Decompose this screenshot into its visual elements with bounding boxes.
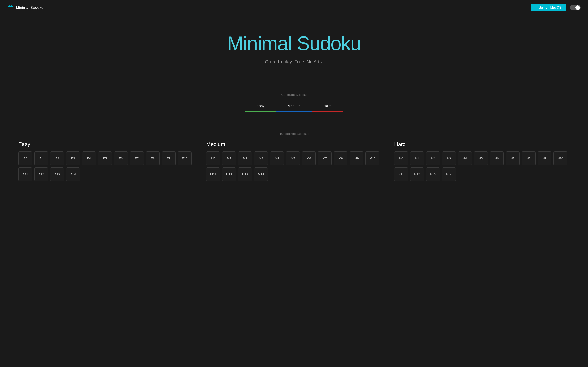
puzzle-item[interactable]: M11 bbox=[206, 167, 220, 181]
puzzle-item[interactable]: H5 bbox=[474, 151, 488, 165]
puzzle-item[interactable]: E14 bbox=[66, 167, 80, 181]
puzzle-item[interactable]: H7 bbox=[506, 151, 520, 165]
puzzle-item[interactable]: H10 bbox=[553, 151, 567, 165]
puzzle-item[interactable]: M5 bbox=[286, 151, 300, 165]
difficulty-columns: Easy E0E1E2E3E4E5E6E7E8E9E10E11E12E13E14… bbox=[12, 141, 576, 181]
puzzle-item[interactable]: M13 bbox=[238, 167, 252, 181]
logo-area: Minimal Sudoku bbox=[7, 4, 43, 11]
handpicked-section: Handpicked Sudokus Easy E0E1E2E3E4E5E6E7… bbox=[0, 120, 588, 189]
puzzle-item[interactable]: E10 bbox=[178, 151, 191, 165]
puzzle-item[interactable]: H3 bbox=[442, 151, 456, 165]
toggle-knob bbox=[575, 5, 580, 10]
logo-text: Minimal Sudoku bbox=[16, 6, 43, 10]
puzzle-item[interactable]: M6 bbox=[302, 151, 316, 165]
install-button[interactable]: Install on MacOS bbox=[531, 4, 566, 11]
puzzle-item[interactable]: E8 bbox=[146, 151, 160, 165]
hard-column: Hard H0H1H2H3H4H5H6H7H8H9H10H11H12H13H14 bbox=[388, 141, 576, 181]
puzzle-item[interactable]: M8 bbox=[334, 151, 347, 165]
easy-column: Easy E0E1E2E3E4E5E6E7E8E9E10E11E12E13E14 bbox=[12, 141, 200, 181]
svg-line-0 bbox=[9, 5, 9, 9]
puzzle-item[interactable]: M4 bbox=[270, 151, 284, 165]
hash-icon bbox=[7, 4, 13, 11]
dark-mode-toggle[interactable] bbox=[570, 5, 581, 10]
puzzle-item[interactable]: H13 bbox=[426, 167, 440, 181]
hard-puzzle-grid: H0H1H2H3H4H5H6H7H8H9H10H11H12H13H14 bbox=[394, 151, 570, 181]
puzzle-item[interactable]: E2 bbox=[50, 151, 64, 165]
puzzle-item[interactable]: H8 bbox=[522, 151, 536, 165]
puzzle-item[interactable]: E5 bbox=[98, 151, 112, 165]
medium-button[interactable]: Medium bbox=[276, 100, 312, 111]
header: Minimal Sudoku Install on MacOS bbox=[0, 0, 588, 15]
easy-column-title: Easy bbox=[18, 141, 194, 147]
easy-button[interactable]: Easy bbox=[245, 100, 276, 111]
generate-section: Generate Sudoku Easy Medium Hard bbox=[0, 81, 588, 120]
toggle-track bbox=[570, 5, 581, 10]
puzzle-item[interactable]: H12 bbox=[410, 167, 424, 181]
puzzle-item[interactable]: E11 bbox=[18, 167, 32, 181]
puzzle-item[interactable]: M14 bbox=[254, 167, 268, 181]
puzzle-item[interactable]: E4 bbox=[82, 151, 96, 165]
puzzle-item[interactable]: E3 bbox=[66, 151, 80, 165]
svg-line-1 bbox=[11, 5, 11, 9]
medium-column: Medium M0M1M2M3M4M5M6M7M8M9M10M11M12M13M… bbox=[200, 141, 388, 181]
difficulty-buttons: Easy Medium Hard bbox=[245, 100, 343, 111]
handpicked-label: Handpicked Sudokus bbox=[12, 132, 576, 135]
hero-title: Minimal Sudoku bbox=[227, 33, 361, 54]
hard-column-title: Hard bbox=[394, 141, 570, 147]
puzzle-item[interactable]: H2 bbox=[426, 151, 440, 165]
puzzle-item[interactable]: H14 bbox=[442, 167, 456, 181]
puzzle-item[interactable]: M10 bbox=[365, 151, 379, 165]
puzzle-item[interactable]: E9 bbox=[162, 151, 176, 165]
hero-subtitle: Great to play. Free. No Ads. bbox=[265, 59, 323, 64]
puzzle-item[interactable]: E0 bbox=[18, 151, 32, 165]
puzzle-item[interactable]: M9 bbox=[350, 151, 363, 165]
puzzle-item[interactable]: M1 bbox=[222, 151, 236, 165]
puzzle-item[interactable]: E13 bbox=[50, 167, 64, 181]
puzzle-item[interactable]: E1 bbox=[34, 151, 48, 165]
puzzle-item[interactable]: H0 bbox=[394, 151, 408, 165]
puzzle-item[interactable]: E12 bbox=[34, 167, 48, 181]
puzzle-item[interactable]: M7 bbox=[318, 151, 332, 165]
hard-button[interactable]: Hard bbox=[312, 100, 343, 111]
easy-puzzle-grid: E0E1E2E3E4E5E6E7E8E9E10E11E12E13E14 bbox=[18, 151, 194, 181]
puzzle-item[interactable]: E7 bbox=[130, 151, 144, 165]
puzzle-item[interactable]: M2 bbox=[238, 151, 252, 165]
generate-label: Generate Sudoku bbox=[281, 93, 307, 96]
puzzle-item[interactable]: H11 bbox=[394, 167, 408, 181]
puzzle-item[interactable]: M12 bbox=[222, 167, 236, 181]
puzzle-item[interactable]: M0 bbox=[206, 151, 220, 165]
medium-puzzle-grid: M0M1M2M3M4M5M6M7M8M9M10M11M12M13M14 bbox=[206, 151, 381, 181]
puzzle-item[interactable]: H4 bbox=[458, 151, 472, 165]
header-right: Install on MacOS bbox=[531, 4, 581, 11]
puzzle-item[interactable]: H1 bbox=[410, 151, 424, 165]
puzzle-item[interactable]: M3 bbox=[254, 151, 268, 165]
puzzle-item[interactable]: H9 bbox=[537, 151, 552, 165]
medium-column-title: Medium bbox=[206, 141, 381, 147]
puzzle-item[interactable]: E6 bbox=[114, 151, 128, 165]
puzzle-item[interactable]: H6 bbox=[490, 151, 504, 165]
